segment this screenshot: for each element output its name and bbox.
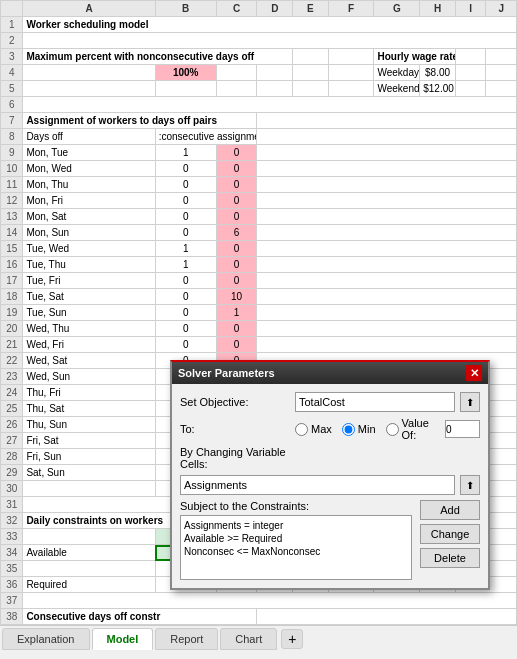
value-radio[interactable] [386,423,399,436]
max-label: Max [311,423,332,435]
weekend-value: $12.00 [420,81,456,97]
changing-input-row: ⬆ [180,475,480,495]
row-38: 38 Consecutive days off constr [1,609,517,625]
spreadsheet: A B C D E F G H I J 1 Worker scheduling … [0,0,517,625]
col-header-e[interactable]: E [293,1,329,17]
constraints-list[interactable]: Assignments = integer Available >= Requi… [180,515,412,580]
weekday-value: $8.00 [420,65,456,81]
max-percent-label: Maximum percent with nonconsecutive days… [23,49,293,65]
tab-bar: Explanation Model Report Chart + [0,625,517,651]
to-label: To: [180,423,290,435]
solver-title-bar: Solver Parameters ✕ [172,362,488,384]
pair-0-c1: 1 [155,145,216,161]
max-radio[interactable] [295,423,308,436]
row-7: 7 Assignment of workers to days off pair… [1,113,517,129]
min-label: Min [358,423,376,435]
constraint-2: Nonconsec <= MaxNonconsec [184,545,408,558]
objective-label: Set Objective: [180,396,290,408]
changing-picker-btn[interactable]: ⬆ [460,475,480,495]
constraints-left: Subject to the Constraints: Assignments … [180,500,412,580]
tab-report[interactable]: Report [155,628,218,650]
row-12: 12 Mon, Fri 0 0 [1,193,517,209]
consecutive-header: :consecutive assignments [155,129,257,145]
col-header-g[interactable]: G [374,1,420,17]
col-header-j[interactable]: J [486,1,517,17]
row-8: 8 Days off :consecutive assignments [1,129,517,145]
required-label: Required [23,577,155,593]
row-13: 13 Mon, Sat 0 0 [1,209,517,225]
max-option[interactable]: Max [295,423,332,436]
row-37: 37 [1,593,517,609]
row-17: 17 Tue, Fri 0 0 [1,273,517,289]
days-off-header: Days off [23,129,155,145]
row-num-6: 6 [1,97,23,113]
solver-close-button[interactable]: ✕ [466,365,482,381]
to-radio-group: Max Min Value Of: [295,417,480,441]
row-num-5: 5 [1,81,23,97]
row-18: 18 Tue, Sat 0 10 [1,289,517,305]
delete-constraint-button[interactable]: Delete [420,548,480,568]
col-header-a[interactable]: A [23,1,155,17]
row-3: 3 Maximum percent with nonconsecutive da… [1,49,517,65]
pair-0: Mon, Tue [23,145,155,161]
min-option[interactable]: Min [342,423,376,436]
col-header-h[interactable]: H [420,1,456,17]
col-header-f[interactable]: F [328,1,374,17]
row-9: 9 Mon, Tue 1 0 [1,145,517,161]
row-19: 19 Tue, Sun 0 1 [1,305,517,321]
value-option[interactable]: Value Of: [386,417,435,441]
col-header-c[interactable]: C [216,1,257,17]
constraint-0: Assignments = integer [184,519,408,532]
changing-row: By Changing Variable Cells: [180,446,480,470]
row-2: 2 [1,33,517,49]
row-39: 39 Number nonconsecutive 19 [1,625,517,626]
objective-input[interactable] [295,392,455,412]
tab-explanation[interactable]: Explanation [2,628,90,650]
row-20: 20 Wed, Thu 0 0 [1,321,517,337]
row-num-8: 8 [1,129,23,145]
min-radio[interactable] [342,423,355,436]
row-num-7: 7 [1,113,23,129]
add-constraint-button[interactable]: Add [420,500,480,520]
add-sheet-button[interactable]: + [281,629,303,649]
weekend-label: Weekend [374,81,420,97]
change-constraint-button[interactable]: Change [420,524,480,544]
weekday-label: Weekday [374,65,420,81]
row-num-2: 2 [1,33,23,49]
row-11: 11 Mon, Thu 0 0 [1,177,517,193]
changing-input[interactable] [180,475,455,495]
solver-body: Set Objective: ⬆ To: Max Min [172,384,488,588]
r4-empty [23,65,155,81]
available-label: Available [23,545,155,561]
objective-row: Set Objective: ⬆ [180,392,480,412]
constraints-section: Subject to the Constraints: Assignments … [180,500,480,580]
value-input[interactable] [445,420,480,438]
row-6: 6 [1,97,517,113]
objective-picker-btn[interactable]: ⬆ [460,392,480,412]
row-15: 15 Tue, Wed 1 0 [1,241,517,257]
constraint-1: Available >= Required [184,532,408,545]
number-nonconsec-label: Number nonconsecutive [23,625,155,626]
row-10: 10 Mon, Wed 0 0 [1,161,517,177]
changing-label: By Changing Variable Cells: [180,446,290,470]
row-4: 4 100% Weekday $8.00 [1,65,517,81]
row-21: 21 Wed, Fri 0 0 [1,337,517,353]
hourly-wages-label: Hourly wage rates [374,49,455,65]
solver-dialog: Solver Parameters ✕ Set Objective: ⬆ To:… [170,360,490,590]
col-header-b[interactable]: B [155,1,216,17]
row-num-1: 1 [1,17,23,33]
to-row: To: Max Min Value Of: [180,417,480,441]
col-header-i[interactable]: I [455,1,486,17]
row-1: 1 Worker scheduling model [1,17,517,33]
number-nonconsec-value: 19 [155,625,216,626]
row-5: 5 Weekend $12.00 [1,81,517,97]
consecutive-label: Consecutive days off constr [23,609,257,625]
value-label: Value Of: [402,417,435,441]
tab-chart[interactable]: Chart [220,628,277,650]
row-14: 14 Mon, Sun 0 6 [1,225,517,241]
row-16: 16 Tue, Thu 1 0 [1,257,517,273]
max-percent-value[interactable]: 100% [155,65,216,81]
tab-model[interactable]: Model [92,628,154,650]
row-num-3: 3 [1,49,23,65]
col-header-d[interactable]: D [257,1,293,17]
